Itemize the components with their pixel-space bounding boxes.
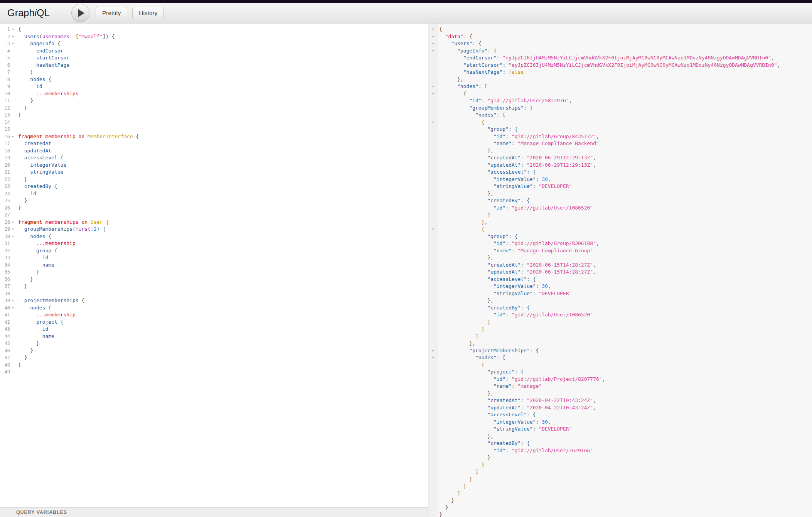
- code-text: nodes {: [16, 76, 51, 83]
- fold-toggle-icon[interactable]: ▾: [428, 90, 438, 98]
- code-text: }: [438, 497, 454, 504]
- code-text: }: [16, 347, 33, 355]
- code-text: }: [16, 69, 33, 76]
- fold-toggle-icon[interactable]: ▾: [10, 297, 16, 304]
- code-text: {: [438, 26, 442, 33]
- code-text: }: [16, 105, 27, 112]
- fold-gutter-spacer: [428, 97, 438, 105]
- code-line: 3▾ pageInfo {: [0, 40, 428, 47]
- fold-gutter-spacer: [428, 304, 438, 312]
- fold-toggle-icon[interactable]: ▾: [428, 26, 438, 33]
- code-text: }: [438, 454, 490, 461]
- fold-gutter-spacer: [10, 183, 16, 190]
- play-icon: [78, 9, 84, 17]
- fold-toggle-icon[interactable]: ▾: [428, 83, 438, 90]
- code-text: "name": "manage": [438, 383, 542, 390]
- line-number: 32: [0, 247, 10, 255]
- code-text: ]: [438, 333, 478, 340]
- prettify-button[interactable]: Prettify: [96, 7, 127, 19]
- fold-toggle-icon[interactable]: ▾: [428, 354, 438, 362]
- fold-gutter-spacer: [428, 440, 438, 447]
- code-line: }: [428, 476, 812, 483]
- code-text: nodes {: [16, 233, 51, 240]
- fold-gutter-spacer: [428, 333, 438, 340]
- fold-gutter-spacer: [428, 112, 438, 119]
- code-text: projectMemberships {: [16, 297, 84, 304]
- fold-toggle-icon[interactable]: ▾: [428, 347, 438, 355]
- code-text: }: [16, 269, 39, 276]
- line-number: 13: [0, 112, 10, 119]
- code-text: "projectMemberships": {: [438, 347, 539, 355]
- code-text: "id": "gid://gitlab/User/2629166": [438, 447, 593, 454]
- fold-toggle-icon[interactable]: ▾: [10, 226, 16, 233]
- code-text: }: [16, 276, 33, 283]
- execute-query-button[interactable]: [71, 4, 89, 22]
- line-number: 46: [0, 347, 10, 355]
- code-line: 36 }: [0, 276, 428, 283]
- code-line: "stringValue": "DEVELOPER": [428, 183, 812, 190]
- fold-toggle-icon[interactable]: ▾: [428, 226, 438, 233]
- fold-gutter-spacer: [428, 176, 438, 183]
- line-number: 26: [0, 204, 10, 212]
- fold-toggle-icon[interactable]: ▾: [10, 304, 16, 312]
- line-number: 40: [0, 304, 10, 312]
- fold-toggle-icon[interactable]: ▾: [10, 40, 16, 47]
- fold-toggle-icon[interactable]: ▾: [10, 133, 16, 140]
- code-line: "id": "gid://gitlab/User/5833976",: [428, 97, 812, 105]
- query-variables-bar[interactable]: QUERY VARIABLES: [0, 507, 428, 517]
- code-text: },: [438, 254, 494, 262]
- fold-gutter-spacer: [428, 461, 438, 469]
- code-line: 16▾fragment membership on MemberInterfac…: [0, 133, 428, 140]
- code-text: "accessLevel": {: [438, 169, 536, 176]
- code-line: "name": "Manage Compliance Backend": [428, 140, 812, 147]
- code-line: 21 stringValue: [0, 169, 428, 176]
- code-line: 12 }: [0, 105, 428, 112]
- query-editor-pane[interactable]: 1▾{2▾ users(usernames: ["mwoolf"]) {3▾ p…: [0, 24, 428, 517]
- code-text: }: [438, 319, 490, 326]
- code-line: }: [428, 497, 812, 504]
- code-line: "name": "manage": [428, 383, 812, 390]
- line-number: 8: [0, 76, 10, 83]
- code-line: 6 hasNextPage: [0, 62, 428, 69]
- fold-toggle-icon[interactable]: ▾: [10, 219, 16, 226]
- fold-gutter-spacer: [428, 247, 438, 255]
- code-line: "integerValue": 30,: [428, 419, 812, 426]
- fold-toggle-icon[interactable]: ▾: [428, 119, 438, 126]
- fold-gutter-spacer: [10, 368, 16, 376]
- history-button[interactable]: History: [132, 7, 164, 19]
- code-text: },: [438, 390, 494, 397]
- fold-toggle-icon[interactable]: ▾: [10, 26, 16, 33]
- fold-gutter-spacer: [428, 76, 438, 83]
- fold-gutter-spacer: [428, 390, 438, 397]
- fold-toggle-icon[interactable]: ▾: [428, 33, 438, 41]
- code-text: "users": {: [438, 40, 482, 47]
- fold-toggle-icon[interactable]: ▾: [428, 40, 438, 47]
- line-number: 44: [0, 333, 10, 340]
- code-line: },: [428, 297, 812, 304]
- top-window-strip: [0, 0, 812, 3]
- code-text: users(usernames: ["mwoolf"]) {: [16, 33, 115, 41]
- fold-gutter-spacer: [428, 276, 438, 283]
- code-text: },: [438, 147, 494, 155]
- code-text: "integerValue": 30,: [438, 176, 551, 183]
- code-line: 1▾{: [0, 26, 428, 33]
- code-line: 24 id: [0, 190, 428, 198]
- code-line: 46 }: [0, 347, 428, 355]
- code-text: "id": "gid://gitlab/Group/8435172",: [438, 133, 599, 140]
- fold-toggle-icon[interactable]: ▾: [10, 233, 16, 240]
- code-line: ▾ "nodes": [: [428, 354, 812, 362]
- code-text: },: [438, 340, 475, 347]
- code-line: 14: [0, 119, 428, 126]
- fold-toggle-icon[interactable]: ▾: [10, 33, 16, 41]
- code-text: "data": {: [438, 33, 472, 41]
- fold-gutter-spacer: [10, 69, 16, 76]
- code-text: }: [16, 112, 21, 119]
- code-text: "accessLevel": {: [438, 411, 536, 419]
- line-number: 28: [0, 219, 10, 226]
- line-number: 19: [0, 154, 10, 162]
- code-text: [16, 211, 18, 219]
- code-line: {: [428, 362, 812, 369]
- fold-toggle-icon[interactable]: ▾: [428, 47, 438, 55]
- code-line: "groupMemberships": {: [428, 105, 812, 112]
- fold-gutter-spacer: [10, 204, 16, 212]
